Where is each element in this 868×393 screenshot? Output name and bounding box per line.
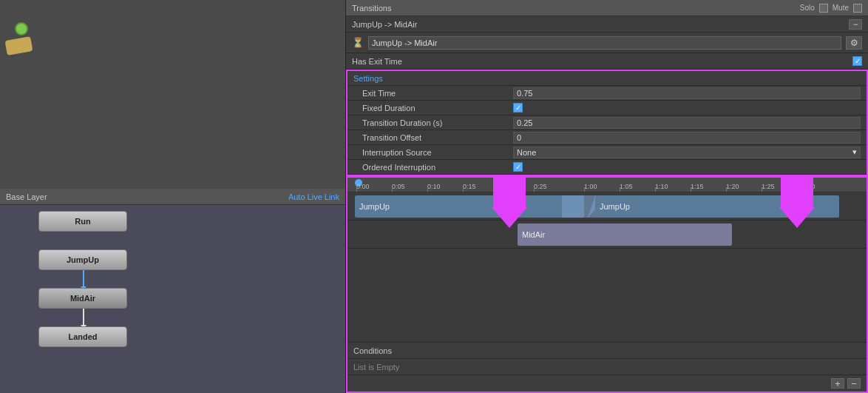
clip-jumpup-2[interactable]: JumpUp (595, 195, 839, 218)
transition-row[interactable]: JumpUp -> MidAir − (346, 16, 868, 33)
conditions-label: Conditions (353, 346, 392, 355)
left-panel: Base Layer Auto Live Link Run JumpUp Mid… (0, 0, 346, 393)
dropdown-arrow-icon: ▾ (852, 147, 857, 157)
solo-label: Solo (800, 4, 815, 12)
conditions-footer: + − (347, 375, 867, 392)
arrow-midair-to-landed (83, 309, 84, 326)
interruption-source-label: Interruption Source (362, 148, 510, 157)
fixed-duration-checkbox[interactable]: ✓ (513, 103, 523, 112)
transitions-header: Transitions Solo Mute (346, 0, 868, 16)
base-layer-bar: Base Layer Auto Live Link (0, 189, 345, 205)
tick-8: 1:10 (655, 183, 668, 190)
tick-3: 0:15 (463, 183, 476, 190)
tick-1: 0:05 (392, 183, 405, 190)
transition-offset-label: Transition Offset (362, 133, 510, 142)
state-node-midair[interactable]: MidAir (38, 288, 127, 309)
conditions-section: Conditions List is Empty + − (347, 342, 867, 392)
timeline-tracks: JumpUp JumpUp MidAir (347, 192, 867, 342)
track-row-midair: MidAir (347, 221, 867, 249)
tick-11: 1:25 (762, 183, 775, 190)
exit-time-input[interactable] (513, 87, 861, 99)
transitions-title: Transitions (352, 4, 800, 13)
remove-condition-button[interactable]: − (847, 378, 861, 389)
right-panel: Transitions Solo Mute JumpUp -> MidAir −… (346, 0, 868, 393)
settings-row-exit-time: Exit Time (347, 86, 867, 101)
track-row-jumpup: JumpUp JumpUp (347, 192, 867, 221)
settings-row-interruption-source: Interruption Source None ▾ (347, 145, 867, 160)
state-node-run[interactable]: Run (38, 211, 127, 232)
settings-row-transition-duration: Transition Duration (s) (347, 115, 867, 130)
ordered-interruption-label: Ordered Interruption (362, 163, 510, 172)
conditions-header: Conditions (347, 343, 867, 359)
timeline-section: 0:00 0:05 0:10 0:15 0:2 0:25 1:00 1:05 1… (346, 176, 868, 393)
gear-button[interactable]: ⚙ (846, 36, 862, 50)
settings-label: Settings (353, 74, 383, 83)
tick-10: 1:20 (726, 183, 739, 190)
tick-0: 0:00 (356, 183, 370, 190)
transition-name: JumpUp -> MidAir (352, 20, 844, 29)
tick-9: 1:15 (691, 183, 704, 190)
settings-row-ordered-interruption: Ordered Interruption ✓ (347, 160, 867, 175)
state-node-jumpup[interactable]: JumpUp (38, 249, 127, 270)
arrow-jumpup-to-midair (83, 270, 84, 288)
auto-live-link-button[interactable]: Auto Live Link (288, 192, 339, 201)
state-node-landed[interactable]: Landed (38, 326, 127, 347)
add-condition-button[interactable]: + (831, 378, 844, 389)
transition-detail-row: ⏳ ⚙ (346, 33, 868, 53)
tick-12: 2:0 (806, 183, 816, 190)
transition-offset-input[interactable] (513, 132, 861, 144)
tick-4: 0:2 (498, 183, 508, 190)
solo-mute-controls: Solo Mute (800, 4, 862, 13)
canvas-shape (5, 36, 33, 56)
transition-duration-label: Transition Duration (s) (362, 118, 510, 127)
has-exit-time-checkbox[interactable]: ✓ (852, 56, 862, 66)
has-exit-time-label: Has Exit Time (352, 57, 852, 66)
tick-7: 1:05 (620, 183, 633, 190)
settings-row-fixed-duration: Fixed Duration ✓ (347, 101, 867, 115)
ordered-interruption-checkbox[interactable]: ✓ (513, 162, 523, 172)
timeline-ruler: 0:00 0:05 0:10 0:15 0:2 0:25 1:00 1:05 1… (347, 178, 867, 192)
interruption-source-dropdown[interactable]: None ▾ (513, 147, 861, 158)
exit-time-label: Exit Time (362, 89, 510, 98)
canvas-dot (15, 22, 28, 36)
transition-duration-input[interactable] (513, 117, 861, 129)
fixed-duration-label: Fixed Duration (362, 104, 510, 112)
mute-label: Mute (833, 4, 849, 12)
settings-header: Settings (347, 71, 867, 86)
has-exit-time-row: Has Exit Time ✓ (346, 53, 868, 70)
conditions-empty: List is Empty (347, 359, 867, 375)
settings-section: Settings Exit Time Fixed Duration ✓ Tran… (346, 70, 868, 176)
settings-row-transition-offset: Transition Offset (347, 130, 867, 145)
solo-checkbox[interactable] (819, 4, 828, 13)
tick-5: 0:25 (534, 183, 547, 190)
breadcrumb: Base Layer (6, 192, 288, 201)
transition-detail-input[interactable] (368, 36, 841, 50)
clip-jumpup-1[interactable]: JumpUp (355, 195, 584, 218)
tick-6: 1:00 (584, 183, 597, 190)
clip-midair[interactable]: MidAir (518, 224, 732, 246)
animator-canvas (0, 0, 345, 189)
hourglass-icon: ⏳ (352, 37, 364, 49)
mute-checkbox[interactable] (853, 4, 862, 13)
remove-transition-button[interactable]: − (849, 19, 862, 30)
interruption-source-value: None (517, 148, 536, 157)
state-diagram: Run JumpUp MidAir Landed (0, 205, 345, 393)
tick-2: 0:10 (427, 183, 441, 190)
